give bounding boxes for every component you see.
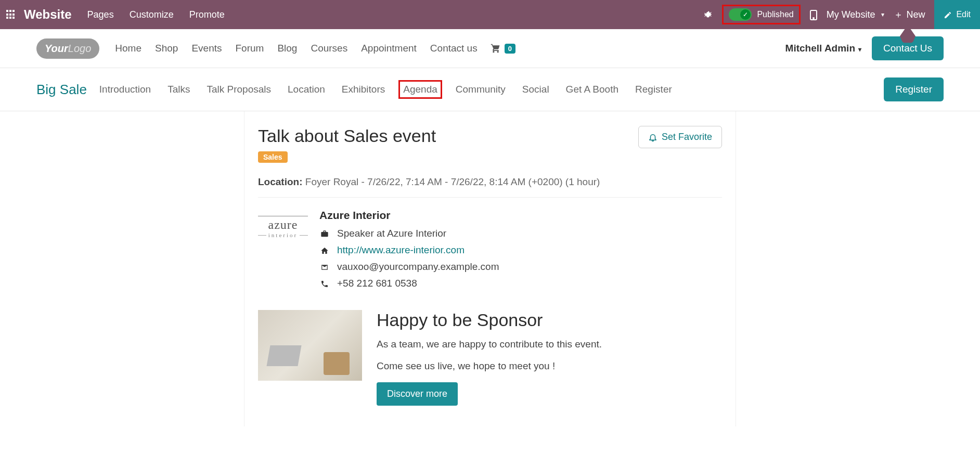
site-header-right: Mitchell Admin Contact Us [785,36,944,60]
plus-icon: ＋ [894,8,903,21]
event-tabs: Introduction Talks Talk Proposals Locati… [96,80,675,99]
nav-home[interactable]: Home [115,43,141,54]
site-header: YourLogo Home Shop Events Forum Blog Cou… [0,29,980,68]
speaker-section: azure interior Azure Interior Speaker at… [258,209,722,294]
home-icon [319,244,330,256]
menu-promote[interactable]: Promote [189,9,225,20]
published-toggle-box: ✓ Published [722,5,800,24]
location-row: Location: Foyer Royal - 7/26/22, 7:14 AM… [258,176,722,198]
phone-icon [319,278,330,289]
contact-us-button[interactable]: Contact Us [872,36,944,60]
speaker-company: Azure Interior [319,209,722,222]
cart-icon [490,43,501,54]
speaker-phone-line: +58 212 681 0538 [319,278,722,289]
register-button[interactable]: Register [884,77,944,101]
my-website-dropdown[interactable]: My Website [827,9,885,20]
tab-talks[interactable]: Talks [164,82,193,97]
speaker-logo-sub: interior [258,232,308,238]
speaker-role: Speaker at Azure Interior [337,228,446,239]
speaker-role-line: Speaker at Azure Interior [319,228,722,239]
new-label: New [906,9,925,20]
mobile-preview-icon[interactable] [810,9,817,20]
speaker-logo: azure interior [258,209,308,294]
nav-contact[interactable]: Contact us [430,43,478,54]
speaker-info: Azure Interior Speaker at Azure Interior… [319,209,722,294]
publish-toggle[interactable]: ✓ [729,8,752,21]
tab-community[interactable]: Community [453,82,509,97]
content-wrap: Talk about Sales event Sales Set Favorit… [0,111,980,426]
talk-title: Talk about Sales event [258,126,436,146]
check-icon: ✓ [740,9,751,20]
speaker-website-line: http://www.azure-interior.com [319,244,722,256]
bug-icon[interactable] [703,9,713,20]
tab-social[interactable]: Social [519,82,552,97]
speaker-website-link[interactable]: http://www.azure-interior.com [337,244,465,256]
bell-icon [648,132,657,143]
location-label: Location: [258,176,303,187]
talk-content: Talk about Sales event Sales Set Favorit… [244,111,736,426]
tab-exhibitors[interactable]: Exhibitors [339,82,388,97]
topbar-right: ✓ Published My Website ＋ New Edit [703,0,974,29]
pencil-icon [944,10,952,19]
speaker-email-line: vauxoo@yourcompany.example.com [319,261,722,273]
user-menu[interactable]: Mitchell Admin [785,43,861,54]
tab-register[interactable]: Register [632,82,675,97]
sponsor-image [258,310,362,381]
new-button[interactable]: ＋ New [894,8,925,21]
nav-events[interactable]: Events [191,43,222,54]
sponsor-line1: As a team, we are happy to contribute to… [377,339,722,350]
talk-tag: Sales [258,151,288,163]
tab-agenda[interactable]: Agenda [398,80,442,99]
sponsor-line2: Come see us live, we hope to meet you ! [377,360,722,372]
svg-point-1 [813,18,814,19]
tab-introduction[interactable]: Introduction [96,82,154,97]
site-nav: Home Shop Events Forum Blog Courses Appo… [115,43,477,54]
site-logo[interactable]: YourLogo [36,38,99,59]
menu-pages[interactable]: Pages [87,9,114,20]
sponsor-text: Happy to be Sponsor As a team, we are ha… [377,310,722,406]
contact-us-label: Contact Us [883,43,932,54]
admin-topbar: Website Pages Customize Promote ✓ Publis… [0,0,980,29]
location-value: Foyer Royal - 7/26/22, 7:14 AM - 7/26/22… [305,176,600,187]
edit-button[interactable]: Edit [934,0,980,29]
tab-get-a-booth[interactable]: Get A Booth [563,82,622,97]
speaker-email: vauxoo@yourcompany.example.com [337,261,499,273]
set-favorite-label: Set Favorite [662,132,712,143]
tab-location[interactable]: Location [285,82,328,97]
apps-icon[interactable] [6,10,16,19]
tab-talk-proposals[interactable]: Talk Proposals [203,82,274,97]
nav-forum[interactable]: Forum [235,43,264,54]
sponsor-title: Happy to be Sponsor [377,310,722,330]
logo-logo: Logo [68,43,92,54]
published-label: Published [757,10,793,19]
speaker-phone: +58 212 681 0538 [337,278,417,289]
event-subnav: Big Sale Introduction Talks Talk Proposa… [0,68,980,111]
envelope-icon [319,261,330,273]
event-title[interactable]: Big Sale [36,82,87,98]
app-brand[interactable]: Website [24,7,72,22]
cart-button[interactable]: 0 [490,43,515,54]
edit-label: Edit [956,10,971,19]
sponsor-section: Happy to be Sponsor As a team, we are ha… [258,310,722,406]
topbar-menu: Pages Customize Promote [87,9,225,20]
discover-more-button[interactable]: Discover more [377,382,458,406]
nav-shop[interactable]: Shop [155,43,178,54]
logo-your: Your [45,43,68,54]
nav-courses[interactable]: Courses [311,43,347,54]
briefcase-icon [319,228,330,239]
speaker-logo-name: azure [258,218,308,232]
menu-customize[interactable]: Customize [130,9,174,20]
nav-appointment[interactable]: Appointment [361,43,417,54]
set-favorite-button[interactable]: Set Favorite [638,126,722,148]
talk-header: Talk about Sales event Sales Set Favorit… [258,126,722,163]
nav-blog[interactable]: Blog [277,43,297,54]
cart-count-badge: 0 [505,44,515,54]
